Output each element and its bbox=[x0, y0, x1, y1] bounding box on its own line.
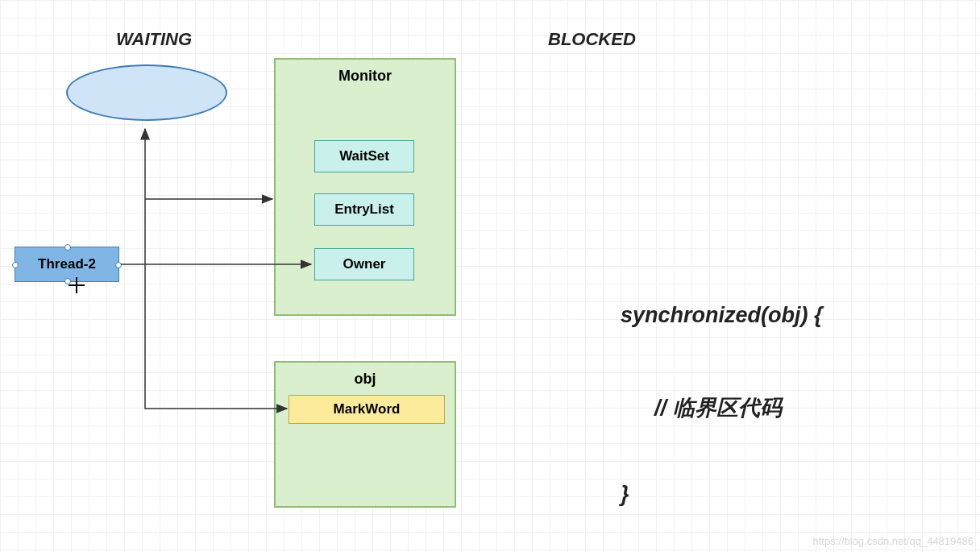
watermark-text: https://blog.csdn.net/qq_44819486 bbox=[813, 535, 974, 547]
thread2-node[interactable]: Thread-2 bbox=[15, 247, 119, 282]
waiting-threads-ellipse bbox=[66, 64, 227, 121]
code-line-critical: // 临界区代码 bbox=[654, 393, 782, 422]
waiting-state-label: WAITING bbox=[116, 29, 192, 50]
code-line-sync: synchronized(obj) { bbox=[621, 303, 823, 328]
selection-handle-icon[interactable] bbox=[12, 262, 19, 268]
markword-label: MarkWord bbox=[334, 401, 401, 417]
arrow-to-markword bbox=[145, 264, 287, 409]
entrylist-box: EntryList bbox=[314, 193, 414, 226]
markword-box: MarkWord bbox=[289, 395, 445, 424]
obj-box: obj bbox=[274, 361, 456, 508]
entrylist-label: EntryList bbox=[334, 201, 394, 218]
blocked-state-label: BLOCKED bbox=[548, 29, 636, 50]
cursor-icon bbox=[69, 277, 85, 293]
owner-box: Owner bbox=[314, 248, 414, 280]
selection-handle-icon[interactable] bbox=[64, 244, 71, 251]
code-line-close: } bbox=[621, 482, 629, 507]
obj-title: obj bbox=[355, 371, 376, 388]
thread2-label: Thread-2 bbox=[38, 256, 96, 272]
waitset-label: WaitSet bbox=[339, 148, 389, 164]
monitor-title: Monitor bbox=[338, 68, 392, 85]
owner-label: Owner bbox=[343, 256, 386, 272]
selection-handle-icon[interactable] bbox=[115, 262, 122, 268]
waitset-box: WaitSet bbox=[314, 140, 414, 172]
diagram-canvas: WAITING BLOCKED Monitor WaitSet EntryLis… bbox=[0, 0, 980, 552]
